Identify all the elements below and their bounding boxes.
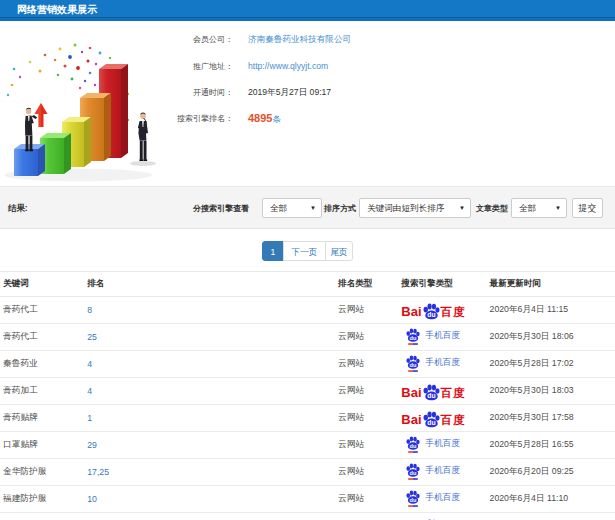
rank-type-cell: 云网站	[336, 432, 399, 459]
sort-label: 排序方式	[324, 203, 356, 214]
keyword-cell: 秦鲁药业	[0, 351, 85, 378]
rank-cell[interactable]: 10	[85, 486, 336, 513]
table-row: 膏药贴牌 1 云网站 Baidu百度 2020年5月30日 17:58	[0, 405, 615, 432]
rank-cell[interactable]: 4	[85, 378, 336, 405]
updated-cell: 2020年5月28日 16:55	[488, 432, 615, 459]
page-1-button[interactable]: 1	[262, 241, 284, 261]
keyword-cell: 膏药贴牌	[0, 405, 85, 432]
table-row: 膏药代工 8 云网站 Baidu百度 2020年6月4日 11:15	[0, 297, 615, 324]
updated-cell: 2020年6月4日 11:10	[488, 486, 615, 513]
updated-cell: 2020年5月30日 18:06	[488, 324, 615, 351]
marketing-report-page: 网络营销效果展示	[0, 0, 615, 520]
baidu-paw-icon: du	[406, 490, 420, 507]
col-header-updated: 最新更新时间	[488, 272, 615, 297]
article-type-label: 文章类型	[476, 203, 508, 214]
col-header-rank: 排名	[85, 272, 336, 297]
baidu-logo-cn-text: 百度	[441, 413, 466, 427]
updated-cell	[488, 513, 615, 520]
baidu-mobile-label: 手机百度	[425, 330, 460, 342]
baidu-mobile-logo: du手机百度	[406, 327, 460, 345]
updated-cell: 2020年5月30日 17:58	[488, 405, 615, 432]
open-time-value: 2019年5月27日 09:17	[248, 86, 331, 99]
engine-select[interactable]: 全部 ▼	[262, 198, 322, 218]
table-row: 膏药代工 25 云网站 du手机百度 2020年5月30日 18:06	[0, 324, 615, 351]
updated-cell: 2020年5月30日 18:03	[488, 378, 615, 405]
submit-button[interactable]: 提交	[572, 198, 603, 218]
engine-type-cell: du手机百度	[399, 324, 487, 351]
keyword-cell: 金华防护服	[0, 459, 85, 486]
rank-cell[interactable]: 1	[85, 405, 336, 432]
article-type-select-caret-icon: ▼	[555, 199, 561, 217]
page-title: 网络营销效果展示	[17, 3, 97, 17]
field-url-label: 推广地址：	[0, 60, 233, 73]
keyword-cell	[0, 513, 85, 520]
col-header-keyword: 关键词	[0, 272, 85, 297]
col-header-rank-type: 排名类型	[336, 272, 399, 297]
svg-text:du: du	[410, 470, 417, 476]
rank-cell[interactable]: 4	[85, 351, 336, 378]
company-link[interactable]: 济南秦鲁药业科技有限公司	[248, 33, 351, 46]
updated-cell: 2020年6月20日 09:25	[488, 459, 615, 486]
filter-bar: 结果: 分搜索引擎查看 全部 ▼ 排序方式 关键词由短到长排序 ▼ 文章类型 全…	[0, 186, 615, 229]
baidu-pc-logo: Baidu百度	[401, 409, 465, 427]
baidu-logo-bai-text: Bai	[401, 385, 421, 400]
baidu-mobile-label: 手机百度	[425, 438, 460, 450]
baidu-logo-cn-text: 百度	[441, 305, 466, 319]
table-row: 膏药加工 4 云网站 Baidu百度 2020年5月30日 18:03	[0, 378, 615, 405]
baidu-pc-logo: Baidu百度	[401, 382, 465, 400]
sort-select-value: 关键词由短到长排序	[367, 203, 444, 213]
keyword-cell: 福建防护服	[0, 486, 85, 513]
svg-text:du: du	[427, 392, 435, 399]
rank-type-cell: 云网站	[336, 324, 399, 351]
rank-type-cell: 云网站	[336, 486, 399, 513]
next-page-button[interactable]: 下一页	[283, 241, 326, 261]
article-type-select[interactable]: 全部 ▼	[511, 198, 567, 218]
engine-type-cell: Baidu百度	[399, 297, 487, 324]
baidu-mobile-label: 手机百度	[425, 357, 460, 369]
promo-url-link[interactable]: http://www.qlyyjt.com	[248, 60, 328, 73]
baidu-paw-icon: du	[406, 436, 420, 453]
engine-type-cell: Baidu百度	[399, 513, 487, 520]
engine-type-cell: Baidu百度	[399, 405, 487, 432]
baidu-mobile-logo: du手机百度	[406, 435, 460, 453]
engine-type-cell: Baidu百度	[399, 378, 487, 405]
updated-cell: 2020年5月28日 17:02	[488, 351, 615, 378]
baidu-mobile-logo: du手机百度	[406, 354, 460, 372]
baidu-logo-cn-text: 百度	[441, 386, 466, 400]
engine-type-cell: du手机百度	[399, 486, 487, 513]
rank-cell[interactable]: 8	[85, 297, 336, 324]
baidu-paw-icon: du	[423, 303, 440, 320]
pagination: 1下一页尾页	[0, 241, 615, 261]
keyword-cell: 膏药代工	[0, 297, 85, 324]
svg-text:du: du	[410, 335, 417, 341]
col-header-engine-type: 搜索引擎类型	[399, 272, 487, 297]
rank-type-cell: 云网站	[336, 459, 399, 486]
rank-cell[interactable]: 29	[85, 432, 336, 459]
sort-select-caret-icon: ▼	[459, 199, 465, 217]
result-label: 结果:	[8, 203, 28, 214]
info-section: 会员公司： 济南秦鲁药业科技有限公司 推广地址： http://www.qlyy…	[0, 21, 615, 186]
sort-select[interactable]: 关键词由短到长排序 ▼	[359, 198, 471, 218]
field-company-label: 会员公司：	[0, 33, 233, 46]
baidu-pc-logo: Baidu百度	[401, 301, 465, 319]
keyword-cell: 膏药代工	[0, 324, 85, 351]
rank-cell[interactable]: 25	[85, 324, 336, 351]
rank-type-cell: 云网站	[336, 351, 399, 378]
engine-type-cell: du手机百度	[399, 432, 487, 459]
table-row: 福建防护服 10 云网站 du手机百度 2020年6月4日 11:10	[0, 486, 615, 513]
table-row: Baidu百度	[0, 513, 615, 520]
table-row: 口罩贴牌 29 云网站 du手机百度 2020年5月28日 16:55	[0, 432, 615, 459]
rank-type-cell	[336, 513, 399, 520]
rank-count-value: 4895条	[248, 112, 281, 126]
rank-cell[interactable]: 17,25	[85, 459, 336, 486]
rank-cell[interactable]	[85, 513, 336, 520]
baidu-paw-icon: du	[406, 328, 420, 345]
last-page-button[interactable]: 尾页	[325, 241, 353, 261]
svg-text:du: du	[410, 362, 417, 368]
baidu-logo-bai-text: Bai	[401, 304, 421, 319]
growth-chart-illustration	[0, 35, 175, 185]
title-bar: 网络营销效果展示	[0, 0, 615, 21]
svg-text:du: du	[410, 443, 417, 449]
rank-type-cell: 云网站	[336, 297, 399, 324]
rank-type-cell: 云网站	[336, 405, 399, 432]
